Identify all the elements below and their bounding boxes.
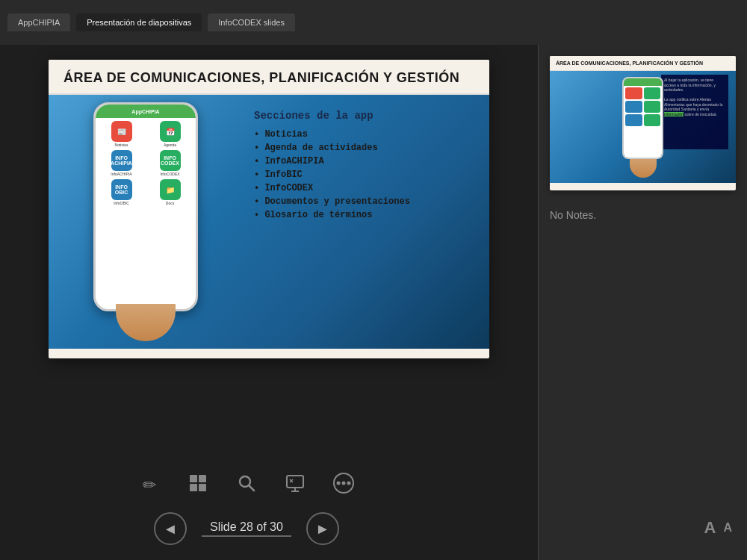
slide-counter: Slide 28 of 30 <box>202 520 291 537</box>
phone-area: AppCHIPIA 📰 Noticias 📅 Agenda <box>49 95 243 349</box>
phone-icon-folder: 📁 Docs <box>147 179 193 205</box>
folder-label: Docs <box>166 201 174 205</box>
main-area: ÁREA DE COMUNICACIONES, PLANIFICACIÓN Y … <box>0 45 747 560</box>
phone-screen: AppCHIPIA 📰 Noticias 📅 Agenda <box>96 105 196 309</box>
main-slide: ÁREA DE COMUNICACIONES, PLANIFICACIÓN Y … <box>49 60 489 358</box>
svg-rect-1 <box>199 475 206 482</box>
pen-icon: ✏ <box>143 476 156 495</box>
thumbnail-slide: ÁREA DE COMUNICACIONES, PLANIFICACIÓN Y … <box>550 56 736 190</box>
thumb-header: ÁREA DE COMUNICACIONES, PLANIFICACIÓN Y … <box>550 56 736 71</box>
slide-title: ÁREA DE COMUNICACIONES, PLANIFICACIÓN Y … <box>63 70 474 86</box>
svg-rect-0 <box>190 475 197 482</box>
sections-title: Secciones de la app <box>254 110 478 122</box>
tab-infocodex[interactable]: InfoCODEX slides <box>208 13 295 31</box>
section-item-4: InfoBIC <box>254 169 478 180</box>
svg-point-11 <box>337 482 341 485</box>
font-controls: A A <box>704 518 732 538</box>
next-icon: ► <box>315 520 330 538</box>
left-panel: ÁREA DE COMUNICACIONES, PLANIFICACIÓN Y … <box>0 45 538 560</box>
screen-icon <box>285 473 305 497</box>
phone-mockup: AppCHIPIA 📰 Noticias 📅 Agenda <box>93 102 198 311</box>
phone-icon-info-achipia: INFOACHIPIA InfoACHIPIA <box>99 150 144 176</box>
hand-illustration <box>116 304 176 341</box>
section-item-6: Documentos y presentaciones <box>254 196 478 207</box>
news-icon-box: 📰 <box>111 121 132 142</box>
svg-rect-6 <box>287 476 303 488</box>
slide-header: ÁREA DE COMUNICACIONES, PLANIFICACIÓN Y … <box>49 60 489 95</box>
info-achipia-icon-box: INFOACHIPIA <box>111 150 132 171</box>
notes-area: No Notes. <box>550 202 736 228</box>
phone-icon-news: 📰 Noticias <box>99 121 144 147</box>
section-item-5: InfoCODEX <box>254 183 478 193</box>
bottom-toolbar: ✏ <box>0 470 493 500</box>
thumb-text-area: Al bajar la aplicación, se tiene acceso … <box>661 75 728 149</box>
phone-icon-agenda: 📅 Agenda <box>147 121 193 147</box>
thumb-body-text-2: La app notifica sobre Alertas Alimentari… <box>664 97 722 116</box>
next-slide-button[interactable]: ► <box>306 512 339 545</box>
more-icon <box>332 472 355 499</box>
info-obic-icon-box: INFOOBIC <box>111 179 132 200</box>
tab-presentation[interactable]: Presentación de diapositivas <box>76 13 202 31</box>
browser-top-bar: AppCHIPIA Presentación de diapositivas I… <box>0 0 747 45</box>
search-button[interactable] <box>232 470 261 500</box>
section-item-3: InfoACHIPIA <box>254 156 478 167</box>
navigation-bar: ◄ Slide 28 of 30 ► <box>0 512 493 545</box>
tab-appchipia[interactable]: AppCHIPIA <box>7 13 70 31</box>
grid-button[interactable] <box>183 470 213 500</box>
svg-line-5 <box>249 485 254 491</box>
grid-icon <box>188 473 208 497</box>
phone-app-bar: AppCHIPIA <box>96 105 196 118</box>
svg-rect-3 <box>199 484 206 491</box>
agenda-label: Agenda <box>164 143 176 147</box>
sections-area: Secciones de la app Noticias Agenda de a… <box>243 95 489 349</box>
section-item-2: Agenda de actividades <box>254 143 478 153</box>
font-increase-button[interactable]: A <box>704 518 716 538</box>
news-label: Noticias <box>115 143 128 147</box>
info-codex-icon-box: INFOCODEX <box>160 150 181 171</box>
phone-icon-info-codex: INFOCODEX InfoCODEX <box>147 150 193 176</box>
notes-text: No Notes. <box>550 209 596 221</box>
screen-button[interactable] <box>280 470 310 500</box>
info-codex-label: InfoCODEX <box>160 172 179 176</box>
prev-icon: ◄ <box>163 520 178 538</box>
svg-point-12 <box>342 482 346 485</box>
more-button[interactable] <box>329 470 359 500</box>
font-decrease-button[interactable]: A <box>723 521 732 535</box>
pen-button[interactable]: ✏ <box>134 470 164 500</box>
right-panel: ÁREA DE COMUNICACIONES, PLANIFICACIÓN Y … <box>538 45 747 560</box>
sections-list: Noticias Agenda de actividades InfoACHIP… <box>254 129 478 220</box>
prev-slide-button[interactable]: ◄ <box>154 512 187 545</box>
thumb-body: Al bajar la aplicación, se tiene acceso … <box>550 71 736 183</box>
folder-icon-box: 📁 <box>160 179 181 200</box>
section-item-1: Noticias <box>254 129 478 140</box>
section-item-7: Glosario de términos <box>254 210 478 220</box>
phone-icons-grid: 📰 Noticias 📅 Agenda INFOACHIPIA <box>96 118 196 208</box>
agenda-icon-box: 📅 <box>160 121 181 142</box>
search-icon <box>237 473 256 497</box>
slide-body: AppCHIPIA 📰 Noticias 📅 Agenda <box>49 95 489 349</box>
thumb-phone <box>622 77 663 159</box>
svg-rect-2 <box>190 484 197 491</box>
svg-point-13 <box>347 482 351 485</box>
thumb-phone-screen <box>624 78 662 158</box>
info-obic-label: InfoOBIC <box>114 201 129 205</box>
phone-icon-info-obic: INFOOBIC InfoOBIC <box>99 179 144 205</box>
info-achipia-label: InfoACHIPIA <box>111 172 131 176</box>
thumb-body-text: Al bajar la aplicación, se tiene acceso … <box>664 78 716 92</box>
thumb-phone-top <box>624 78 662 86</box>
